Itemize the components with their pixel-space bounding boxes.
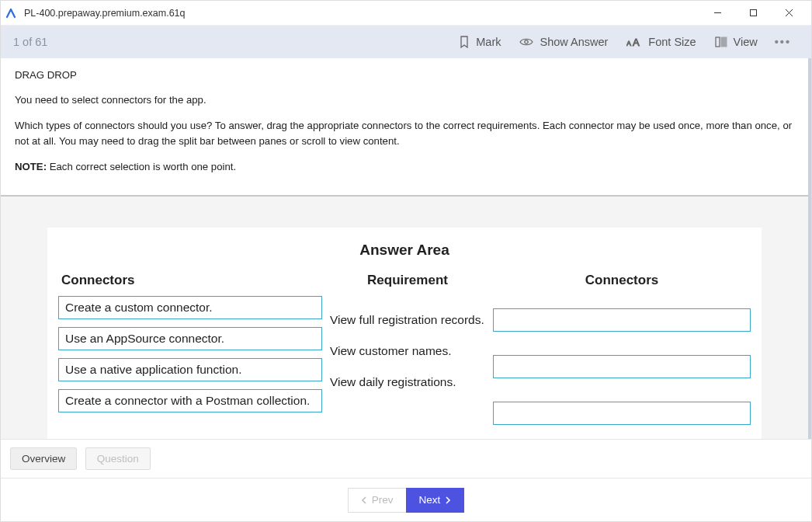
connectors-target-heading: Connectors <box>493 273 751 288</box>
show-answer-button[interactable]: Show Answer <box>510 26 617 58</box>
close-button[interactable] <box>771 1 807 26</box>
svg-rect-1 <box>750 10 756 16</box>
connector-item[interactable]: Use an AppSource connector. <box>58 327 322 350</box>
font-size-label: Font Size <box>648 36 696 48</box>
prev-button[interactable]: Prev <box>348 488 406 513</box>
chevron-right-icon <box>445 496 451 504</box>
question-note: NOTE: Each correct selection is worth on… <box>15 159 794 175</box>
font-size-button[interactable]: AA Font Size <box>617 26 705 58</box>
requirement-label: View customer names. <box>330 327 485 358</box>
next-label: Next <box>419 494 441 506</box>
app-logo-icon <box>5 7 18 19</box>
minimize-button[interactable] <box>699 1 735 26</box>
window-title: PL-400.prepaway.premium.exam.61q <box>24 8 699 19</box>
svg-text:A: A <box>626 40 631 47</box>
requirement-label: View daily registrations. <box>330 358 485 389</box>
tab-overview[interactable]: Overview <box>10 447 77 470</box>
connector-item[interactable]: Create a connector with a Postman collec… <box>58 389 322 412</box>
show-answer-label: Show Answer <box>540 36 608 48</box>
view-button[interactable]: View <box>706 26 767 58</box>
eye-icon <box>519 37 533 47</box>
question-type-label: DRAG DROP <box>15 68 794 83</box>
toolbar: 1 of 61 Mark Show Answer AA Font Size Vi… <box>1 26 811 58</box>
note-text: Each correct selection is worth one poin… <box>47 161 236 172</box>
maximize-button[interactable] <box>735 1 771 26</box>
question-text: DRAG DROP You need to select connectors … <box>1 58 808 197</box>
next-button[interactable]: Next <box>406 488 465 513</box>
mark-label: Mark <box>476 36 501 48</box>
titlebar: PL-400.prepaway.premium.exam.61q <box>1 1 811 26</box>
chevron-left-icon <box>361 496 367 504</box>
question-line-2: Which types of connectors should you use… <box>15 118 794 150</box>
svg-rect-7 <box>716 37 720 47</box>
view-label: View <box>734 36 758 48</box>
question-line-1: You need to select connectors for the ap… <box>15 92 794 108</box>
more-button[interactable]: ••• <box>767 36 799 48</box>
connector-item[interactable]: Create a custom connector. <box>58 296 322 319</box>
connectors-source-heading: Connectors <box>58 273 322 288</box>
note-label: NOTE: <box>15 161 47 172</box>
question-counter: 1 of 61 <box>13 36 47 48</box>
drop-zone[interactable] <box>493 308 751 332</box>
answer-area-title: Answer Area <box>58 242 751 259</box>
svg-rect-8 <box>721 37 727 47</box>
bottom-tabs: Overview Question <box>1 439 811 478</box>
svg-text:A: A <box>633 37 640 47</box>
bookmark-icon <box>459 36 470 48</box>
connector-item[interactable]: Use a native application function. <box>58 358 322 381</box>
mark-button[interactable]: Mark <box>449 26 510 58</box>
tab-question[interactable]: Question <box>85 447 151 470</box>
requirement-label: View full registration records. <box>330 296 485 327</box>
drop-zone[interactable] <box>493 402 751 425</box>
prev-label: Prev <box>372 494 394 506</box>
font-size-icon: AA <box>626 37 642 47</box>
content-area: DRAG DROP You need to select connectors … <box>1 58 811 439</box>
nav-bar: Prev Next <box>1 478 811 521</box>
answer-area: Answer Area Connectors Create a custom c… <box>47 228 762 439</box>
layout-icon <box>715 37 727 47</box>
requirement-heading: Requirement <box>330 273 485 288</box>
drop-zone[interactable] <box>493 355 751 378</box>
svg-line-3 <box>786 9 793 16</box>
svg-point-4 <box>525 40 528 44</box>
svg-line-2 <box>786 9 793 16</box>
